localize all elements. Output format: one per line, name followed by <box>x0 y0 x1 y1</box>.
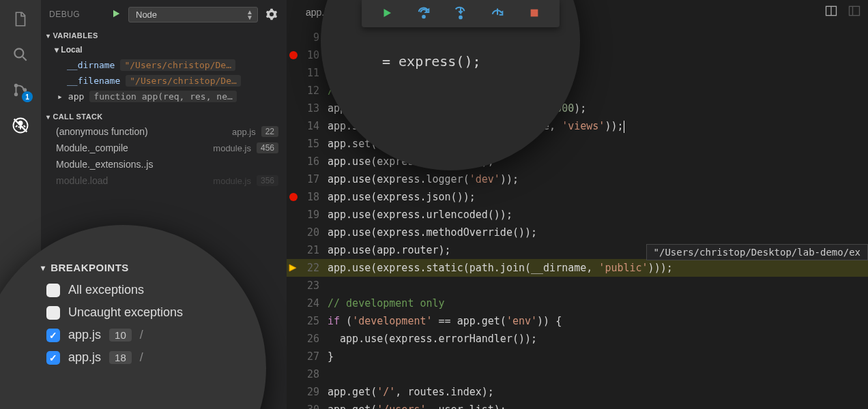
chevron-updown-icon: ▲▼ <box>246 10 253 20</box>
svg-point-0 <box>14 48 23 57</box>
svg-point-1 <box>14 84 18 87</box>
svg-point-2 <box>14 93 18 96</box>
variable-name: __dirname <box>67 60 115 70</box>
debug-config-label: Node <box>136 10 157 20</box>
variable-value: function app(req, res, ne… <box>89 91 237 102</box>
debug-config-select[interactable]: Node ▲▼ <box>128 7 258 22</box>
breakpoint-marker-icon[interactable] <box>289 193 298 201</box>
hover-tooltip: "/Users/christop/Desktop/lab-demo/ex <box>646 244 868 260</box>
checkbox-unchecked[interactable] <box>46 306 60 320</box>
split-editor-icon[interactable] <box>824 4 838 20</box>
breakpoint-all-exceptions[interactable]: All exceptions <box>41 283 266 297</box>
checkbox-checked[interactable] <box>46 329 60 342</box>
svg-point-5 <box>18 121 22 125</box>
breakpoint-row[interactable]: app.js 10 / <box>41 328 266 342</box>
local-scope-header[interactable]: ▾ Local <box>41 42 287 57</box>
breakpoint-line: 10 <box>109 329 132 342</box>
svg-rect-11 <box>531 10 538 17</box>
debug-toolbar <box>362 0 560 27</box>
current-line-icon <box>289 263 298 273</box>
callstack-row[interactable]: (anonymous function) app.js 22 <box>41 123 287 140</box>
breakpoint-uncaught-exceptions[interactable]: Uncaught exceptions <box>41 305 266 320</box>
checkbox-unchecked[interactable] <box>46 284 60 297</box>
search-icon[interactable] <box>11 45 30 64</box>
source-control-badge: 1 <box>22 91 33 102</box>
chevron-down-icon: ▾ <box>46 113 50 121</box>
breakpoint-line: 18 <box>109 351 132 364</box>
start-debug-icon[interactable] <box>111 8 121 21</box>
chevron-down-icon: ▾ <box>55 45 61 55</box>
callstack-section-header[interactable]: ▾ CALL STACK <box>41 110 287 123</box>
lens-code-snippet: = express(); <box>382 53 481 70</box>
variables-section-header[interactable]: ▾ VARIABLES <box>41 29 287 42</box>
breakpoint-row[interactable]: app.js 18 / <box>41 350 266 365</box>
chevron-right-icon: ▸ <box>57 91 63 102</box>
explorer-icon[interactable] <box>11 10 30 29</box>
step-out-icon[interactable] <box>489 5 506 21</box>
checkbox-checked[interactable] <box>46 351 60 365</box>
svg-rect-8 <box>850 6 860 15</box>
variable-value: "/Users/christop/De… <box>126 75 241 87</box>
svg-point-9 <box>422 16 425 18</box>
svg-point-10 <box>459 16 462 19</box>
breakpoint-marker-icon[interactable] <box>289 51 298 59</box>
svg-marker-6 <box>289 264 296 271</box>
debug-title: DEBUG <box>49 10 104 19</box>
variable-row[interactable]: __filename "/Users/christop/De… <box>41 73 287 89</box>
step-into-icon[interactable] <box>452 5 469 21</box>
chevron-down-icon: ▾ <box>41 263 50 273</box>
stop-icon[interactable] <box>526 5 542 21</box>
gear-icon[interactable] <box>265 8 278 20</box>
variable-row[interactable]: __dirname "/Users/christop/De… <box>41 57 287 73</box>
callstack-row[interactable]: Module._extensions..js <box>41 156 287 172</box>
callstack-row[interactable]: Module._compile module.js 456 <box>41 140 287 156</box>
chevron-down-icon: ▾ <box>46 32 50 40</box>
step-over-icon[interactable] <box>416 5 432 21</box>
more-icon[interactable] <box>848 4 861 20</box>
callstack-row[interactable]: module.load module.js 356 <box>41 172 287 189</box>
variable-name: __filename <box>67 76 120 86</box>
variable-row[interactable]: ▸ app function app(req, res, ne… <box>41 89 287 104</box>
variable-value: "/Users/christop/De… <box>120 59 235 71</box>
continue-icon[interactable] <box>379 5 395 21</box>
debug-icon[interactable] <box>11 116 30 135</box>
source-control-icon[interactable]: 1 <box>11 80 30 100</box>
variable-name: app <box>68 91 84 102</box>
